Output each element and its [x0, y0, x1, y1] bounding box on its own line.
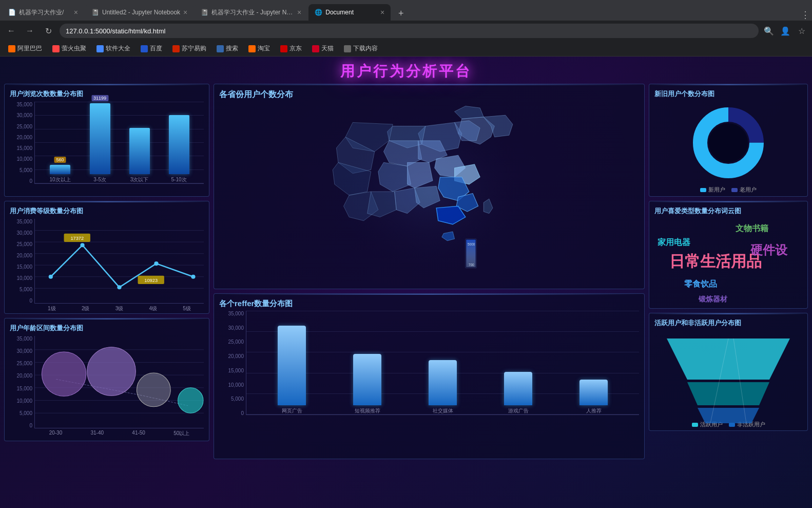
profile-icon[interactable]: 👤 — [779, 25, 791, 37]
tab-4-label: Document — [325, 9, 377, 16]
svg-marker-34 — [687, 382, 769, 405]
bookmark-alibaba[interactable]: 阿里巴巴 — [4, 43, 46, 54]
search-icon[interactable]: 🔍 — [763, 25, 775, 37]
bookmark-firefly-icon — [52, 45, 60, 52]
legend-old-dot — [731, 188, 738, 192]
bookmark-download[interactable]: 下载内容 — [340, 43, 382, 54]
active-user-title: 活跃用户和非活跃用户分布图 — [654, 318, 802, 328]
bookmark-search-icon — [217, 45, 224, 52]
bookmark-taobao-label: 淘宝 — [258, 44, 270, 53]
tab-bar: 📄 机器学习大作业/ × 📓 Untitled2 - Jupyter Noteb… — [0, 0, 812, 21]
bubble-chart-body: 20-30 31-40 41-50 50以上 — [34, 336, 204, 428]
china-map-svg: 5000 700 — [219, 104, 639, 279]
toolbar-icons: 🔍 👤 ☆ — [763, 25, 808, 37]
bookmark-baidu[interactable]: 百度 — [137, 43, 166, 54]
right-column: 新旧用户个数分布图 新用户 老 — [649, 61, 808, 459]
svg-point-6 — [49, 275, 53, 279]
tab-2-favicon: 📓 — [91, 9, 99, 16]
bookmark-taobao[interactable]: 淘宝 — [244, 43, 274, 54]
refresh-button[interactable]: ↻ — [41, 24, 55, 38]
forward-button[interactable]: → — [23, 24, 37, 38]
svg-point-32 — [709, 123, 748, 162]
bookmark-star-icon[interactable]: ☆ — [796, 25, 808, 37]
legend-new-dot — [700, 188, 706, 192]
bookmark-software-label: 软件大全 — [106, 44, 130, 53]
tab-3-label: 机器学习大作业 - Jupyter Note — [211, 8, 294, 17]
bar-group-1: 560 10次以上 — [49, 165, 70, 183]
consume-level-chart: 0 5,000 10,000 15,000 20,000 25,000 30,0… — [10, 219, 204, 314]
word-snack: 零食饮品 — [684, 279, 717, 290]
bookmark-baidu-icon — [141, 45, 148, 52]
bookmark-tmall[interactable]: 天猫 — [308, 43, 338, 54]
legend-new-user: 新用户 — [700, 186, 725, 194]
legend-old-user: 老用户 — [731, 186, 757, 194]
left-column: 用户浏览次数数量分布图 0 5,000 10,000 15,000 20,000… — [4, 61, 209, 459]
reffer-title: 各个reffer数量分布图 — [219, 299, 639, 309]
bookmark-suning[interactable]: 苏宁易购 — [168, 43, 210, 54]
address-input[interactable] — [60, 24, 759, 38]
legend-new-label: 新用户 — [708, 186, 725, 194]
y-axis-reffer: 0 5,000 10,000 15,000 20,000 25,000 30,0… — [219, 311, 246, 416]
browser-chrome: 📄 机器学习大作业/ × 📓 Untitled2 - Jupyter Noteb… — [0, 0, 812, 57]
bookmark-firefly[interactable]: 萤火虫聚 — [48, 43, 90, 54]
bar-person-rect — [579, 380, 608, 405]
bar-3below — [129, 128, 150, 174]
bookmark-alibaba-icon — [8, 45, 15, 52]
bar-game-rect — [504, 372, 532, 405]
tab-4[interactable]: 🌐 Document × — [308, 4, 391, 21]
tab-4-close[interactable]: × — [380, 8, 384, 16]
age-dist-title: 用户年龄区间数量分布图 — [10, 324, 204, 333]
tab-1-favicon: 📄 — [8, 9, 16, 16]
new-old-user-panel: 新旧用户个数分布图 新用户 老 — [649, 84, 808, 197]
svg-point-7 — [80, 243, 84, 247]
bookmark-firefly-label: 萤火虫聚 — [62, 44, 86, 53]
bar-video-label: 短视频推荐 — [355, 407, 380, 415]
svg-text:5000: 5000 — [468, 242, 475, 246]
tab-1[interactable]: 📄 机器学习大作业/ × — [2, 4, 84, 21]
tab-1-close[interactable]: × — [74, 8, 78, 16]
browse-count-chart: 0 5,000 10,000 15,000 20,000 25,000 30,0… — [10, 102, 204, 194]
word-appliance: 家用电器 — [658, 237, 690, 248]
word-hardware: 硬件设 — [750, 242, 787, 258]
bar-3-5: 31199 — [90, 103, 110, 174]
new-tab-button[interactable]: + — [394, 6, 408, 21]
y-axis-browse: 0 5,000 10,000 15,000 20,000 25,000 30,0… — [10, 102, 34, 184]
back-button[interactable]: ← — [4, 24, 18, 38]
tab-3[interactable]: 📓 机器学习大作业 - Jupyter Note × — [195, 4, 307, 21]
donut-svg — [690, 104, 767, 181]
line-chart-svg: 17372 10923 — [35, 219, 204, 303]
bar-webpage-label: 网页广告 — [282, 407, 302, 415]
bar-person-label: 人推荐 — [586, 407, 602, 415]
tab-2-label: Untitled2 - Jupyter Notebook — [102, 9, 180, 16]
tab-2-close[interactable]: × — [183, 8, 187, 16]
legend-old-label: 老用户 — [740, 186, 757, 194]
y-axis-consume: 0 5,000 10,000 15,000 20,000 25,000 30,0… — [10, 219, 34, 304]
bar-group-2: 31199 3-5次 — [90, 103, 110, 183]
svg-point-9 — [154, 261, 158, 266]
bar-video-rect — [353, 354, 381, 405]
bar-3-5-label: 3-5次 — [93, 176, 106, 183]
age-bubble-chart: 0 5,000 10,000 15,000 20,000 25,000 30,0… — [10, 336, 204, 439]
center-column: 各省份用户个数分布 — [214, 61, 645, 459]
bar-game: 游戏广告 — [504, 372, 532, 415]
reffer-chart: 0 5,000 10,000 15,000 20,000 25,000 30,0… — [219, 311, 639, 426]
map-title: 各省份用户个数分布 — [219, 89, 639, 100]
bookmark-software[interactable]: 软件大全 — [92, 43, 134, 54]
wordcloud-content: 日常生活用品 硬件设 文物书籍 家用电器 零食饮品 锻炼器材 — [654, 219, 802, 309]
browse-bars: 560 10次以上 31199 3-5次 3次以下 — [34, 102, 204, 184]
bar-game-label: 游戏广告 — [508, 407, 529, 415]
tab-list-button[interactable]: ⋮ — [801, 9, 810, 21]
bookmark-search-label: 搜索 — [226, 44, 238, 53]
svg-text:10923: 10923 — [144, 278, 158, 283]
age-dist-panel: 用户年龄区间数量分布图 0 5,000 10,000 15,000 20,000… — [4, 318, 209, 441]
reffer-bars: 网页广告 短视频推荐 社交媒体 游戏广告 — [246, 311, 639, 415]
tab-2[interactable]: 📓 Untitled2 - Jupyter Notebook × — [85, 4, 194, 21]
svg-marker-35 — [698, 408, 759, 423]
bookmark-jd[interactable]: 京东 — [276, 43, 306, 54]
bookmark-suning-label: 苏宁易购 — [182, 44, 206, 53]
funnel-svg — [662, 333, 795, 423]
bookmark-search[interactable]: 搜索 — [212, 43, 242, 54]
bookmark-tmall-label: 天猫 — [321, 44, 334, 53]
word-books: 文物书籍 — [736, 223, 768, 234]
tab-3-close[interactable]: × — [297, 8, 301, 16]
